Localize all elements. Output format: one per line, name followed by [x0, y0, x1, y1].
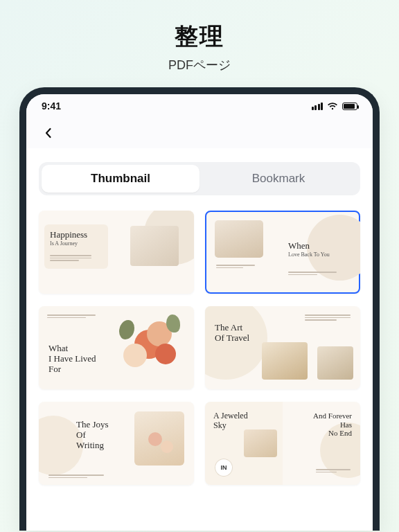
content-area: Thumbnail Bookmark Happiness Is A Journe…: [26, 148, 373, 531]
thumb5-l1: The Joys: [76, 420, 109, 430]
thumb6-b2: Has: [313, 420, 352, 429]
segmented-control: Thumbnail Bookmark: [39, 162, 360, 195]
thumb3-l3: For: [48, 364, 96, 375]
page-header: 整理 PDFページ: [168, 21, 231, 73]
thumb4-l2: Of Travel: [215, 333, 249, 344]
status-bar: 9:41: [26, 94, 373, 118]
thumb6-b3: No End: [313, 429, 352, 438]
battery-icon: [342, 103, 357, 110]
thumbnail-6[interactable]: A Jeweled Sky IN And Forever Has No End: [205, 402, 360, 485]
thumbnail-grid: Happiness Is A Journey When Love Back To…: [39, 211, 360, 485]
tab-thumbnail[interactable]: Thumbnail: [42, 165, 200, 193]
status-indicators: [312, 102, 358, 110]
chevron-left-icon: [43, 127, 54, 139]
thumb1-title: Happiness: [50, 230, 87, 240]
wifi-icon: [327, 102, 338, 110]
thumb6-b1: And Forever: [313, 411, 352, 420]
device-frame: 9:41 Thumbnail Bookmark Happines: [19, 87, 380, 531]
thumbnail-5[interactable]: The Joys Of Writing: [39, 402, 194, 485]
thumb6-a1: A Jeweled: [213, 411, 248, 421]
thumbnail-1[interactable]: Happiness Is A Journey: [39, 211, 194, 294]
thumb2-title: When: [288, 241, 330, 251]
nav-bar: [26, 118, 373, 148]
thumb6-a2: Sky: [213, 421, 248, 431]
thumbnail-4[interactable]: The Art Of Travel: [205, 306, 360, 389]
page-title: 整理: [168, 21, 231, 53]
tab-bookmark[interactable]: Bookmark: [200, 165, 357, 193]
thumb4-l1: The Art: [215, 323, 249, 333]
thumb3-l2: I Have Lived: [48, 354, 96, 364]
thumb5-l2: Of: [76, 430, 109, 441]
page-subtitle: PDFページ: [168, 57, 231, 73]
signal-icon: [312, 103, 323, 110]
thumb5-l3: Writing: [76, 441, 109, 451]
thumb1-sub: Is A Journey: [50, 240, 87, 247]
thumbnail-2[interactable]: When Love Back To You: [205, 211, 360, 294]
thumb6-badge: IN: [215, 459, 233, 477]
thumbnail-3[interactable]: What I Have Lived For: [39, 306, 194, 389]
thumb2-sub: Love Back To You: [288, 251, 330, 258]
back-button[interactable]: [39, 123, 58, 143]
status-time: 9:41: [42, 100, 61, 112]
thumb3-l1: What: [48, 344, 96, 354]
